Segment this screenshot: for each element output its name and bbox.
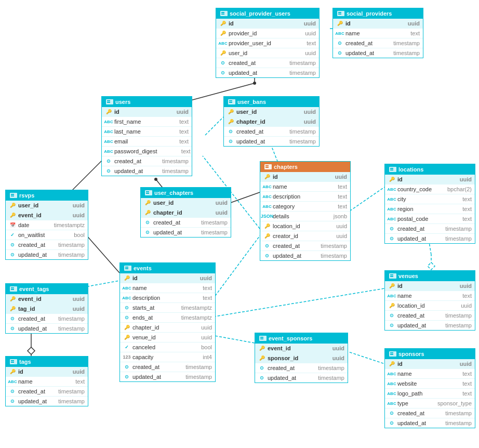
table-row: ABC website text xyxy=(385,379,475,389)
table-row: ABC type sponsor_type xyxy=(385,399,475,409)
table-sponsors: sponsors 🔑 id uuid ABC name text ABC web… xyxy=(384,348,475,428)
json-icon: JSON xyxy=(263,213,271,220)
table-header-tags: tags xyxy=(6,357,88,367)
table-icon xyxy=(389,167,396,172)
table-header-locations: locations xyxy=(385,164,475,175)
table-row: 🔑 id uuid xyxy=(385,281,475,291)
fk-pk-icon: 🔑 xyxy=(9,295,16,302)
table-row: ⊙ created_at timestamp xyxy=(141,218,231,228)
table-row: ⊙ updated_at timestamp xyxy=(260,251,350,260)
table-row: 🔑 user_id uuid xyxy=(224,107,319,117)
table-event-sponsors: event_sponsors 🔑 event_id uuid 🔑 sponsor… xyxy=(255,333,348,383)
abc-icon: ABC xyxy=(105,128,112,135)
abc-icon: ABC xyxy=(388,390,395,397)
table-row: ⊙ updated_at timestamp xyxy=(102,166,192,176)
pk-icon: 🔑 xyxy=(388,176,395,183)
abc-icon: ABC xyxy=(388,400,395,407)
table-row: ✓ on_waitlist bool xyxy=(6,230,88,240)
table-row: 🔑 user_id uuid xyxy=(6,201,88,210)
table-row: 🔑 id uuid xyxy=(385,175,475,185)
table-row: 🔑 id uuid xyxy=(260,172,350,182)
table-header-venues: venues xyxy=(385,271,475,281)
table-locations: locations 🔑 id uuid ABC country_code bpc… xyxy=(384,164,475,244)
table-row: ⊙ created_at timestamp xyxy=(255,363,348,373)
svg-point-21 xyxy=(253,82,256,85)
table-header-event-sponsors: event_sponsors xyxy=(255,333,348,344)
table-row: ⊙ updated_at timestamp xyxy=(385,321,475,330)
table-icon xyxy=(389,273,396,279)
table-row: 🔑 id uuid xyxy=(102,107,192,117)
pk-icon: 🔑 xyxy=(105,108,112,115)
table-icon xyxy=(145,190,152,195)
pk-icon: 🔑 xyxy=(388,360,395,367)
fk-icon: 🔑 xyxy=(123,334,130,341)
abc-icon: ABC xyxy=(263,183,271,190)
pk-icon: 🔑 xyxy=(123,274,130,282)
fk-pk-icon: 🔑 xyxy=(9,202,16,209)
table-row: ABC provider_user_id text xyxy=(216,38,319,48)
table-chapters: chapters 🔑 id uuid ABC name text ABC des… xyxy=(260,161,351,261)
ts-icon: ⊙ xyxy=(336,39,343,47)
ts-icon: ⊙ xyxy=(258,374,265,381)
table-row: 🔑 event_id uuid xyxy=(6,294,88,304)
pk-icon: 🔑 xyxy=(336,20,343,27)
table-row: 📅 date timestamptz xyxy=(6,220,88,230)
abc-icon: ABC xyxy=(336,30,343,37)
table-row: ⊙ created_at timestamp xyxy=(224,127,319,137)
table-header-chapters: chapters xyxy=(260,162,350,172)
ts-icon: ⊙ xyxy=(263,252,271,259)
table-row: 🔑 provider_id uuid xyxy=(216,29,319,38)
table-row: ⊙ updated_at timestamp xyxy=(385,234,475,243)
fk-pk-icon: 🔑 xyxy=(227,118,234,125)
table-header-sponsors: sponsors xyxy=(385,349,475,359)
table-social-providers: social_providers 🔑 id uuid ABC name text… xyxy=(332,8,423,58)
fk-pk-icon: 🔑 xyxy=(144,209,151,216)
table-row: 🔑 user_id uuid xyxy=(141,198,231,208)
table-header-rsvps: rsvps xyxy=(6,190,88,201)
table-row: 🔑 id uuid xyxy=(6,367,88,377)
ts-icon: ⊙ xyxy=(388,410,395,417)
table-row: ABC password_digest text xyxy=(102,147,192,156)
svg-line-12 xyxy=(205,288,384,318)
ts-icon: ⊙ xyxy=(9,241,16,248)
table-row: ABC logo_path text xyxy=(385,389,475,399)
table-row: 🔑 sponsor_id uuid xyxy=(255,353,348,363)
table-row: ABC country_code bpchar(2) xyxy=(385,185,475,194)
ts-icon: ⊙ xyxy=(258,364,265,372)
table-row: ABC category text xyxy=(260,202,350,212)
table-row: ⊙ updated_at timestamp xyxy=(6,397,88,406)
table-user-chapters: user_chapters 🔑 user_id uuid 🔑 chapter_i… xyxy=(140,187,231,238)
table-icon xyxy=(389,351,396,357)
table-row: ⊙ created_at timestamp xyxy=(6,387,88,397)
table-row: ⊙ created_at timestamp xyxy=(260,241,350,251)
table-row: 🔑 id uuid xyxy=(120,273,215,283)
table-header-users: users xyxy=(102,97,192,107)
diagram: social_provider_users 🔑 id uuid 🔑 provid… xyxy=(0,0,479,448)
table-row: ⊙ updated_at timestamp xyxy=(385,418,475,428)
table-row: ⊙ created_at timestamp xyxy=(385,409,475,418)
table-row: ⊙ updated_at timestamp xyxy=(6,324,88,333)
ts-icon: ⊙ xyxy=(123,304,130,311)
table-header-user-bans: user_bans xyxy=(224,97,319,107)
table-icon xyxy=(337,11,344,16)
check-icon: ✓ xyxy=(9,231,16,239)
ts-icon: ⊙ xyxy=(336,49,343,57)
abc-icon: ABC xyxy=(105,138,112,145)
table-row: ABC region text xyxy=(385,204,475,214)
check-icon: ✓ xyxy=(123,344,130,351)
table-row: ABC name text xyxy=(6,377,88,387)
pk-icon: 🔑 xyxy=(219,20,227,27)
table-row: ⊙ created_at timestamp xyxy=(6,240,88,250)
fk-icon: 🔑 xyxy=(219,49,227,57)
fk-icon: 🔑 xyxy=(388,302,395,309)
table-row: 🔑 event_id uuid xyxy=(6,210,88,220)
svg-point-22 xyxy=(154,178,157,181)
table-row: ⊙ updated_at timestamp xyxy=(216,68,319,77)
table-row: ⊙ created_at timestamp xyxy=(102,156,192,166)
ts-icon: ⊙ xyxy=(123,363,130,371)
table-rsvps: rsvps 🔑 user_id uuid 🔑 event_id uuid 📅 d… xyxy=(5,190,88,260)
ts-icon: ⊙ xyxy=(9,398,16,405)
abc-icon: ABC xyxy=(388,205,395,213)
table-row: 🔑 id uuid xyxy=(385,359,475,369)
table-row: ⊙ updated_at timestamp xyxy=(224,137,319,146)
